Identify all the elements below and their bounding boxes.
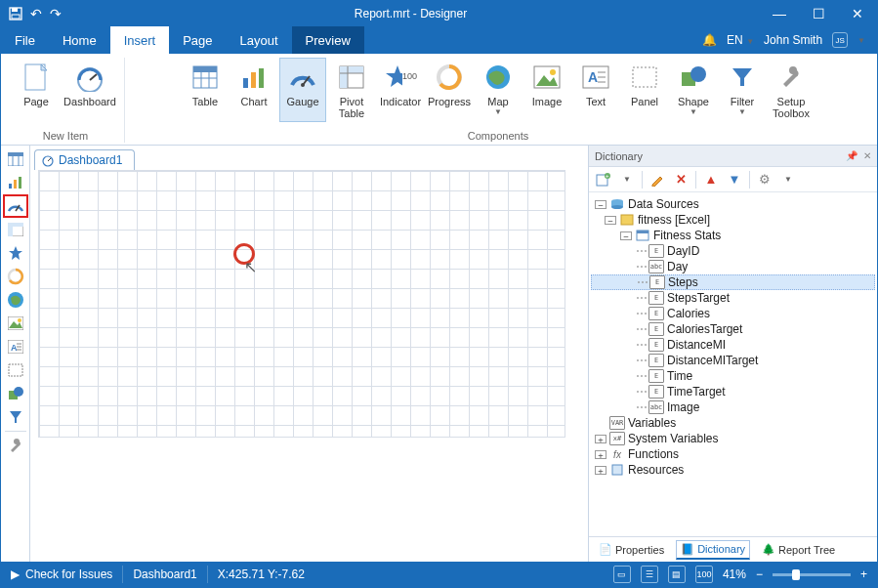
tool-image[interactable]	[3, 312, 28, 335]
tree-field-time[interactable]: ⋯ETime	[591, 368, 875, 384]
chevron-down-icon[interactable]: ▼	[494, 107, 502, 116]
tool-text[interactable]: A	[3, 335, 28, 358]
ribbon-shape[interactable]: Shape▼	[670, 58, 717, 122]
tool-setup[interactable]	[3, 434, 28, 457]
ribbon-setup-toolbox[interactable]: Setup Toolbox	[768, 58, 815, 122]
dict-down-icon[interactable]: ▼	[726, 171, 743, 189]
ribbon-gauge[interactable]: Gauge	[279, 58, 326, 122]
view-mode-2-icon[interactable]: ☰	[641, 566, 658, 583]
view-mode-3-icon[interactable]: ▤	[668, 566, 686, 583]
tool-progress[interactable]	[3, 265, 28, 288]
tool-panel[interactable]	[3, 358, 28, 382]
ribbon-dashboard[interactable]: Dashboard	[62, 58, 118, 110]
chevron-down-icon[interactable]: ▼	[857, 36, 865, 45]
tree-field-image[interactable]: ⋯abcImage	[591, 399, 875, 415]
ribbon-indicator[interactable]: 100 Indicator	[377, 58, 424, 122]
tree-system-variables[interactable]: System Variables	[628, 432, 718, 445]
table-icon	[188, 61, 222, 94]
dashboard-grid[interactable]	[38, 170, 565, 438]
chevron-down-icon[interactable]: ▼	[738, 107, 746, 116]
wrench-icon	[774, 61, 808, 94]
zoom-in-button[interactable]: +	[860, 567, 867, 581]
pin-icon[interactable]: 📌	[846, 150, 857, 161]
user-name[interactable]: John Smith	[764, 33, 822, 47]
zoom-out-button[interactable]: −	[756, 567, 763, 581]
zoom-100-button[interactable]: 100	[695, 566, 713, 583]
tree-functions[interactable]: Functions	[628, 447, 679, 461]
chevron-down-icon[interactable]: ▼	[779, 171, 797, 189]
ribbon-page[interactable]: Page	[13, 58, 60, 110]
panel-tab-report-tree[interactable]: 🌲Report Tree	[758, 541, 839, 558]
dict-delete-icon[interactable]: ✕	[672, 171, 690, 189]
zoom-slider[interactable]	[773, 573, 851, 576]
tool-shape[interactable]	[3, 382, 28, 405]
tree-field-day[interactable]: ⋯abcDay	[591, 259, 875, 274]
menu-insert[interactable]: Insert	[110, 26, 170, 54]
svg-marker-35	[732, 68, 752, 86]
tree-field-steps[interactable]: ⋯ESteps	[591, 274, 875, 290]
svg-text:A: A	[588, 69, 598, 85]
ribbon-panel[interactable]: Panel	[621, 58, 668, 122]
menu-home[interactable]: Home	[49, 26, 110, 54]
tree-source-fitness[interactable]: fitness [Excel]	[638, 213, 710, 227]
tool-chart[interactable]	[3, 171, 28, 194]
tree-field-distancemitarget[interactable]: ⋯EDistanceMITarget	[591, 353, 875, 368]
tree-field-timetarget[interactable]: ⋯ETimeTarget	[591, 384, 875, 399]
tool-map[interactable]	[3, 288, 28, 312]
dict-new-icon[interactable]: +	[595, 171, 612, 189]
menu-page[interactable]: Page	[169, 26, 226, 54]
chevron-down-icon[interactable]: ▼	[618, 171, 636, 189]
tool-gauge[interactable]	[3, 194, 28, 218]
chevron-down-icon[interactable]: ▼	[690, 107, 697, 116]
dict-settings-icon[interactable]: ⚙	[756, 171, 773, 189]
dict-up-icon[interactable]: ▲	[702, 171, 720, 189]
menu-preview[interactable]: Preview	[292, 26, 364, 54]
tree-table-fitness-stats[interactable]: Fitness Stats	[653, 229, 721, 242]
tree-field-dayid[interactable]: ⋯EDayID	[591, 243, 875, 259]
ribbon-filter[interactable]: Filter▼	[719, 58, 766, 122]
ribbon-chart[interactable]: Chart	[230, 58, 277, 122]
tree-data-sources[interactable]: Data Sources	[628, 197, 699, 211]
field-type-icon: E	[648, 385, 664, 399]
tool-pivot[interactable]	[3, 218, 28, 241]
dict-edit-icon[interactable]	[648, 171, 666, 189]
tree-field-stepstarget[interactable]: ⋯EStepsTarget	[591, 290, 875, 306]
status-check-issues[interactable]: ▶Check for Issues	[1, 562, 122, 587]
tool-indicator[interactable]	[3, 241, 28, 265]
dictionary-tree[interactable]: −Data Sources −fitness [Excel] −Fitness …	[589, 192, 877, 536]
svg-rect-1	[12, 8, 18, 12]
tree-resources[interactable]: Resources	[628, 463, 684, 477]
svg-text:+: +	[606, 173, 609, 179]
panel-tab-properties[interactable]: 📄Properties	[595, 541, 668, 558]
ribbon-map[interactable]: Map▼	[475, 58, 522, 122]
titlebar: ↶ ↷ Report.mrt - Designer — ☐ ✕	[1, 1, 877, 26]
close-button[interactable]: ✕	[838, 1, 877, 26]
redo-icon[interactable]: ↷	[50, 6, 62, 21]
ribbon-table[interactable]: Table	[182, 58, 229, 122]
maximize-button[interactable]: ☐	[799, 1, 838, 26]
save-icon[interactable]	[9, 7, 22, 21]
tree-field-distancemi[interactable]: ⋯EDistanceMI	[591, 337, 875, 353]
ribbon-text[interactable]: A Text	[572, 58, 619, 122]
tool-table[interactable]	[3, 147, 28, 171]
svg-marker-47	[9, 246, 22, 260]
menu-file[interactable]: File	[1, 26, 49, 54]
language-selector[interactable]: EN ▼	[727, 33, 754, 47]
close-icon[interactable]: ✕	[863, 150, 871, 161]
tree-variables[interactable]: Variables	[628, 416, 676, 430]
ribbon-image[interactable]: Image	[523, 58, 570, 122]
tool-filter[interactable]	[3, 405, 28, 429]
notifications-icon[interactable]: 🔔	[702, 33, 717, 47]
tree-field-caloriestarget[interactable]: ⋯ECaloriesTarget	[591, 321, 875, 337]
ribbon-pivot-table[interactable]: Pivot Table	[328, 58, 375, 122]
minimize-button[interactable]: —	[760, 1, 799, 26]
canvas-tab-dashboard1[interactable]: Dashboard1	[34, 149, 135, 170]
menu-layout[interactable]: Layout	[227, 26, 292, 54]
design-surface[interactable]	[38, 170, 580, 554]
view-mode-1-icon[interactable]: ▭	[613, 566, 631, 583]
undo-icon[interactable]: ↶	[30, 6, 42, 21]
tree-field-calories[interactable]: ⋯ECalories	[591, 306, 875, 321]
ribbon-progress[interactable]: Progress	[426, 58, 473, 122]
panel-tab-dictionary[interactable]: 📘Dictionary	[676, 540, 750, 560]
user-avatar[interactable]: JS	[832, 32, 848, 48]
